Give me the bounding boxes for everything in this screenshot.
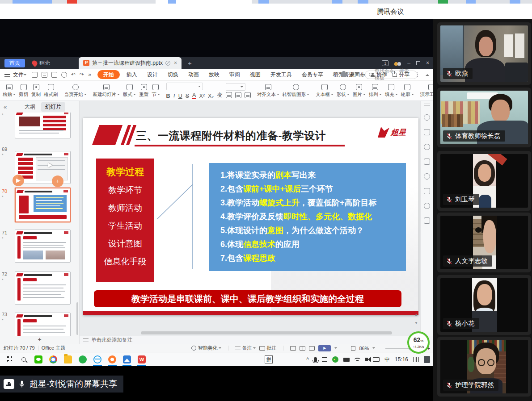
bullet-list-icon[interactable] [226, 92, 232, 98]
rail-grip-icon[interactable] [424, 104, 430, 106]
picture-button[interactable]: 图片 [353, 84, 366, 98]
horizontal-scrollbar[interactable] [141, 331, 392, 334]
align-text-button[interactable]: 对齐文本 [257, 84, 279, 98]
notes-button[interactable]: 备注 [235, 345, 256, 351]
redo-icon[interactable]: ↷ [80, 71, 84, 78]
italic-button[interactable]: I [173, 92, 175, 99]
notification-panel-icon[interactable] [424, 356, 430, 363]
reading-view-icon[interactable] [309, 346, 315, 351]
ribbon-tab-home[interactable]: 开始 [97, 70, 120, 79]
bold-button[interactable]: B [166, 93, 170, 99]
play-slide-button[interactable]: ▶ [13, 175, 24, 186]
image-tool-icon[interactable] [424, 188, 430, 194]
sync-status[interactable]: 未同步 [341, 71, 365, 79]
tray-sync-icon[interactable] [332, 356, 338, 363]
cut-button[interactable]: 剪切 [19, 84, 28, 98]
window-count-badge[interactable]: 1 [382, 60, 388, 66]
location-icon[interactable] [424, 203, 430, 209]
collapse-panel-icon[interactable]: « [4, 104, 7, 110]
fit-slide-icon[interactable] [351, 346, 355, 351]
taskbar-photos[interactable] [121, 354, 133, 365]
indent-icon[interactable] [245, 92, 251, 98]
minimize-button[interactable]: – [407, 60, 410, 66]
normal-view-icon[interactable] [290, 346, 296, 351]
ribbon-tab-animation[interactable]: 动画 [183, 71, 204, 79]
tray-expand-icon[interactable]: ^ [306, 356, 309, 363]
font-family-select[interactable] [166, 83, 203, 90]
add-slide-button[interactable]: + [0, 336, 80, 344]
slide-thumbnail[interactable] [15, 230, 71, 263]
participant-tile[interactable]: 护理学院郭然 [437, 337, 531, 397]
rocket-icon[interactable] [424, 114, 430, 121]
font-size-select[interactable] [226, 83, 245, 91]
font-color-button[interactable]: A [192, 93, 196, 99]
beautify-button[interactable]: 智能美化 [191, 345, 221, 351]
participant-tile[interactable]: 欧燕 [437, 22, 531, 85]
zoom-level[interactable]: 86% [359, 346, 369, 351]
taskbar-chrome[interactable] [47, 354, 59, 365]
taskbar-search[interactable] [18, 354, 30, 365]
taskbar-app-green[interactable] [77, 354, 89, 365]
participant-tile[interactable]: 体育教师徐长磊 [437, 88, 531, 147]
tray-mic-icon[interactable] [314, 357, 317, 362]
section-button[interactable]: 节 [152, 84, 160, 98]
comment-button[interactable]: 批注 [259, 345, 276, 351]
taskbar-browser[interactable] [106, 354, 118, 365]
ribbon-tab-insert[interactable]: 插入 [122, 71, 142, 79]
tray-mixer-icon[interactable] [322, 357, 327, 362]
inbox-icon[interactable] [424, 217, 430, 224]
slide-thumbnail-selected[interactable] [15, 188, 71, 222]
undo-icon[interactable]: ↶ [71, 71, 76, 78]
new-tab-button[interactable]: + [188, 59, 192, 67]
tab-pin-icon[interactable] [165, 61, 170, 66]
participant-tile[interactable]: 刘玉琴 [437, 151, 531, 211]
print-icon[interactable] [51, 72, 57, 78]
new-slide-button[interactable]: 新建幻灯片 [93, 84, 120, 98]
ribbon-tab-slideshow[interactable]: 放映 [204, 71, 224, 79]
tray-keyboard-icon[interactable] [373, 357, 380, 362]
menu-icon[interactable] [4, 73, 10, 77]
new-doc-icon[interactable] [32, 72, 38, 78]
taskbar-ie[interactable] [92, 354, 103, 365]
text-effect-button[interactable]: 变 [217, 92, 223, 99]
collapse-ribbon-icon[interactable] [426, 72, 429, 76]
tray-camera-icon[interactable] [343, 358, 350, 362]
ribbon-tab-transition[interactable]: 切换 [163, 71, 183, 79]
screens-icon[interactable] [424, 159, 430, 165]
save-icon[interactable] [42, 72, 47, 78]
settings-icon[interactable] [424, 129, 430, 135]
outline-button[interactable]: 轮廓 [401, 84, 414, 98]
slide-thumbnail[interactable] [15, 113, 71, 138]
ribbon-tab-member[interactable]: 会员专享 [297, 71, 328, 79]
align-icon[interactable] [235, 92, 241, 98]
smart-graphic-button[interactable]: 转智能图形 [283, 84, 310, 98]
participant-tile[interactable]: 杨小花 [437, 275, 531, 335]
ribbon-tab-design[interactable]: 设计 [142, 71, 163, 79]
panel-scrollbar[interactable] [76, 302, 78, 335]
tray-ime-mode-icon[interactable] [413, 357, 419, 362]
slide-thumbnail[interactable] [15, 313, 71, 336]
superscript-button[interactable]: X² [199, 93, 205, 99]
accounts-icon[interactable] [394, 61, 401, 66]
slides-tab[interactable]: 幻灯片 [41, 102, 65, 112]
maximize-button[interactable] [416, 61, 420, 65]
slide[interactable]: 三、一流课程附件材料的准备-教学设计 超星 教学过程 教学环节 教师活动 学生活… [83, 118, 418, 315]
close-button[interactable]: × [426, 60, 429, 66]
ime-pinyin-badge[interactable]: 拼 [265, 355, 273, 363]
copy-button[interactable]: 复制 [31, 84, 41, 98]
zoom-out-button[interactable]: – [379, 346, 381, 351]
overflow-menu-icon[interactable]: ⋮ [415, 71, 420, 78]
arrange-button[interactable]: 排列 [369, 84, 382, 98]
collab-button[interactable]: 协作 [371, 71, 387, 79]
start-button[interactable] [3, 354, 15, 365]
tab-close-icon[interactable]: × [174, 60, 177, 66]
participant-tile[interactable]: 人文李志敏 [437, 213, 531, 272]
subscript-button[interactable]: X₂ [208, 93, 214, 99]
ribbon-tab-review[interactable]: 审阅 [224, 71, 245, 79]
tray-wifi-icon[interactable] [355, 358, 360, 362]
strikethrough-button[interactable]: S [186, 93, 189, 99]
play-from-page-button[interactable]: 当页开始 [64, 84, 87, 98]
slideshow-button[interactable]: ▶ [318, 345, 331, 351]
tray-language[interactable]: 中 [384, 356, 390, 363]
ribbon-tab-view[interactable]: 视图 [245, 71, 266, 79]
